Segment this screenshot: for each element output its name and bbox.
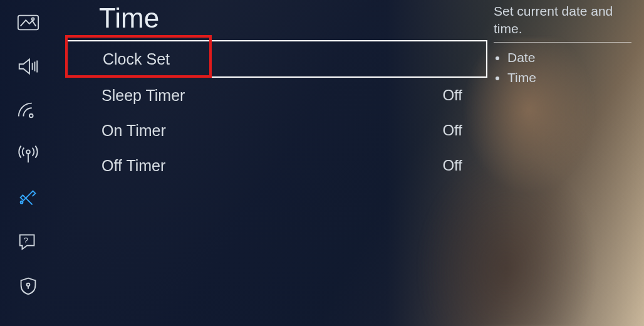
row-value: Off — [442, 122, 462, 139]
security-icon[interactable] — [16, 276, 40, 296]
settings-sidebar: ? — [0, 0, 56, 326]
sound-icon[interactable] — [16, 56, 40, 76]
help-bullet: Time — [507, 69, 631, 87]
row-label: Clock Set — [103, 50, 170, 68]
row-value: Off — [442, 87, 462, 104]
help-text: Set current date and time. — [494, 3, 631, 43]
svg-text:?: ? — [23, 236, 28, 245]
antenna-icon[interactable] — [16, 144, 40, 164]
svg-point-3 — [26, 150, 30, 154]
row-label: On Timer — [101, 122, 166, 140]
row-off-timer[interactable]: Off Timer Off — [66, 148, 487, 183]
row-clock-set[interactable]: Clock Set — [66, 40, 487, 78]
row-value: Off — [442, 157, 462, 174]
system-icon[interactable] — [16, 188, 40, 208]
row-on-timer[interactable]: On Timer Off — [66, 113, 487, 148]
support-icon[interactable]: ? — [16, 232, 40, 252]
svg-point-6 — [27, 283, 30, 287]
page-title: Time — [63, 0, 487, 40]
help-bullet: Date — [507, 49, 631, 66]
picture-icon[interactable] — [16, 13, 40, 33]
help-bullets: Date Time — [494, 49, 631, 87]
svg-point-2 — [29, 114, 33, 118]
svg-point-1 — [32, 18, 34, 20]
row-sleep-timer[interactable]: Sleep Timer Off — [66, 78, 487, 113]
help-panel: Set current date and time. Date Time — [494, 3, 631, 89]
row-label: Sleep Timer — [101, 87, 185, 105]
settings-list: Clock Set Sleep Timer Off On Timer Off O… — [66, 40, 487, 183]
broadcast-icon[interactable] — [16, 100, 40, 120]
row-label: Off Timer — [101, 157, 165, 175]
time-settings-panel: Time Clock Set Sleep Timer Off On Timer … — [63, 0, 487, 326]
